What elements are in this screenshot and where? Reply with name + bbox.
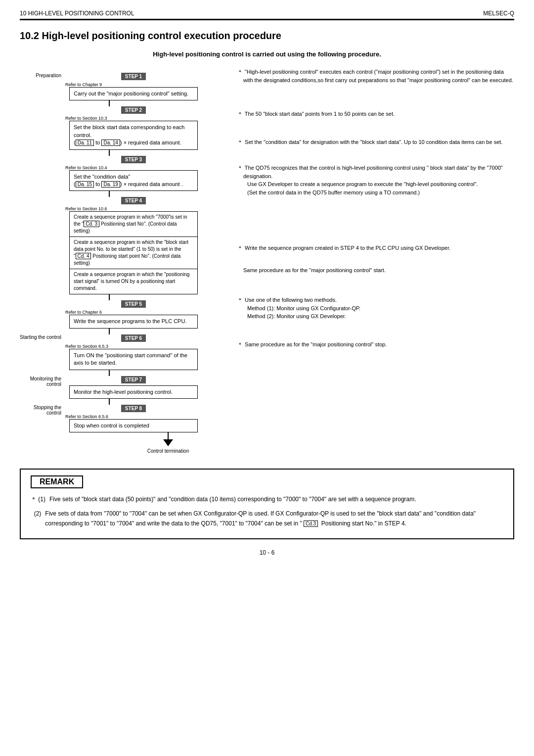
step3-row: STEP 3 Refer to Section 10.4 Set the "co… bbox=[20, 156, 227, 191]
step4-sub1: Create a sequence program in which "7000… bbox=[70, 212, 197, 237]
step7-box: Monitor the high-level positioning contr… bbox=[69, 385, 198, 399]
step8-center: STEP 8 Refer to Section 6.5.6 Stop when … bbox=[64, 405, 203, 432]
step8-badge: STEP 8 bbox=[121, 405, 146, 412]
note2: The 50 "block start data" points from 1 … bbox=[237, 110, 514, 118]
step4-sub3: Create a sequence program in which the "… bbox=[70, 269, 197, 294]
step2-center: STEP 2 Refer to Section 10.3 Set the blo… bbox=[64, 106, 203, 149]
conn2 bbox=[109, 150, 110, 156]
step6-center: STEP 6 Refer to Section 6.5.3 Turn ON th… bbox=[64, 334, 203, 370]
note7: Use one of the following two methods. Me… bbox=[237, 296, 514, 321]
note1: "High-level positioning control" execute… bbox=[237, 68, 514, 84]
step1-badge: STEP 1 bbox=[121, 73, 146, 80]
step4-sub2: Create a sequence program in which the "… bbox=[70, 237, 197, 269]
diagram-container: Preparation STEP 1 Refer to Chapter 9 Ca… bbox=[20, 68, 514, 454]
step7-row: Monitoring the control STEP 7 Monitor th… bbox=[20, 376, 227, 399]
step4-center: STEP 4 Refer to Section 10.6 Create a se… bbox=[64, 197, 203, 294]
step8-ref: Refer to Section 6.5.6 bbox=[64, 414, 108, 419]
step3-badge: STEP 3 bbox=[121, 156, 146, 163]
flowchart: Preparation STEP 1 Refer to Chapter 9 Ca… bbox=[20, 68, 227, 454]
step6-side-label: Starting the control bbox=[20, 334, 64, 340]
step1-ref: Refer to Chapter 9 bbox=[64, 82, 102, 87]
step1-side-label: Preparation bbox=[20, 73, 64, 78]
remark-title: REMARK bbox=[31, 475, 83, 488]
step6-badge: STEP 6 bbox=[121, 334, 146, 342]
step3-box: Set the "condition data" (Da. 15 to Da. … bbox=[69, 170, 198, 191]
step5-row: STEP 5 Refer to Chapter 6 Write the sequ… bbox=[20, 300, 227, 328]
conn4 bbox=[109, 294, 110, 300]
header-bar: 10 HIGH-LEVEL POSITIONING CONTROL MELSEC… bbox=[20, 10, 514, 20]
remark-item2: (2) Five sets of data from "7000" to "70… bbox=[31, 509, 503, 529]
step2-box: Set the block start data corresponding t… bbox=[69, 121, 198, 149]
conn6 bbox=[109, 370, 110, 376]
step5-badge: STEP 5 bbox=[121, 300, 146, 308]
remark-box: REMARK ＊ (1) Five sets of "block start d… bbox=[20, 469, 514, 539]
step1-row: Preparation STEP 1 Refer to Chapter 9 Ca… bbox=[20, 73, 227, 100]
step7-center: STEP 7 Monitor the high-level positionin… bbox=[64, 376, 203, 399]
conn1 bbox=[109, 100, 110, 106]
note6: Same procedure as for the "major positio… bbox=[237, 266, 514, 275]
step5-box: Write the sequence programs to the PLC C… bbox=[69, 315, 198, 328]
intro-text: High-level positioning control is carrie… bbox=[20, 50, 514, 58]
step3-ref: Refer to Section 10.4 bbox=[64, 165, 107, 170]
conn3 bbox=[109, 191, 110, 197]
step4-badge: STEP 4 bbox=[121, 197, 146, 204]
header-right: MELSEC-Q bbox=[483, 10, 514, 17]
step7-side-label: Monitoring the control bbox=[20, 376, 64, 387]
note3: Set the "condition data" for designation… bbox=[237, 138, 514, 146]
remark-item1: ＊ (1) Five sets of "block start data (50… bbox=[31, 494, 503, 504]
final-arrow: Control termination bbox=[109, 432, 227, 454]
header-left: 10 HIGH-LEVEL POSITIONING CONTROL bbox=[20, 10, 134, 17]
step2-row: STEP 2 Refer to Section 10.3 Set the blo… bbox=[20, 106, 227, 149]
notes-area: "High-level positioning control" execute… bbox=[227, 68, 514, 454]
step4-row: STEP 4 Refer to Section 10.6 Create a se… bbox=[20, 197, 227, 294]
note5: Write the sequence program created in ST… bbox=[237, 244, 514, 252]
step2-ref: Refer to Section 10.3 bbox=[64, 116, 107, 121]
remark-num1: ＊ (1) bbox=[31, 494, 45, 504]
step6-ref: Refer to Section 6.5.3 bbox=[64, 344, 108, 349]
page-number: 10 - 6 bbox=[20, 549, 514, 556]
section-title: 10.2 High-level positioning control exec… bbox=[20, 30, 514, 42]
remark-content: ＊ (1) Five sets of "block start data (50… bbox=[31, 494, 503, 528]
step5-center: STEP 5 Refer to Chapter 6 Write the sequ… bbox=[64, 300, 203, 328]
step2-badge: STEP 2 bbox=[121, 106, 146, 114]
step7-badge: STEP 7 bbox=[121, 376, 146, 383]
step4-ref: Refer to Section 10.6 bbox=[64, 206, 107, 211]
conn7 bbox=[109, 399, 110, 405]
step6-row: Starting the control STEP 6 Refer to Sec… bbox=[20, 334, 227, 370]
step5-ref: Refer to Chapter 6 bbox=[64, 310, 102, 315]
step8-side-label: Stopping the control bbox=[20, 405, 64, 416]
remark-text1: Five sets of "block start data (50 point… bbox=[49, 494, 416, 504]
note8: Same procedure as for the "major positio… bbox=[237, 340, 514, 349]
step6-box: Turn ON the "positioning start command" … bbox=[69, 349, 198, 370]
step3-center: STEP 3 Refer to Section 10.4 Set the "co… bbox=[64, 156, 203, 191]
remark-num2: (2) bbox=[31, 509, 41, 529]
control-termination: Control termination bbox=[147, 448, 189, 454]
note4: The QD75 recognizes that the control is … bbox=[237, 164, 514, 196]
step8-box: Stop when control is completed bbox=[69, 419, 198, 432]
conn5 bbox=[109, 329, 110, 334]
step1-box: Carry out the "major positioning control… bbox=[69, 87, 198, 100]
step1-center: STEP 1 Refer to Chapter 9 Carry out the … bbox=[64, 73, 203, 100]
step8-row: Stopping the control STEP 8 Refer to Sec… bbox=[20, 405, 227, 432]
remark-text2: Five sets of data from "7000" to "7004" … bbox=[45, 509, 503, 529]
step4-box: Create a sequence program in which "7000… bbox=[69, 211, 198, 294]
